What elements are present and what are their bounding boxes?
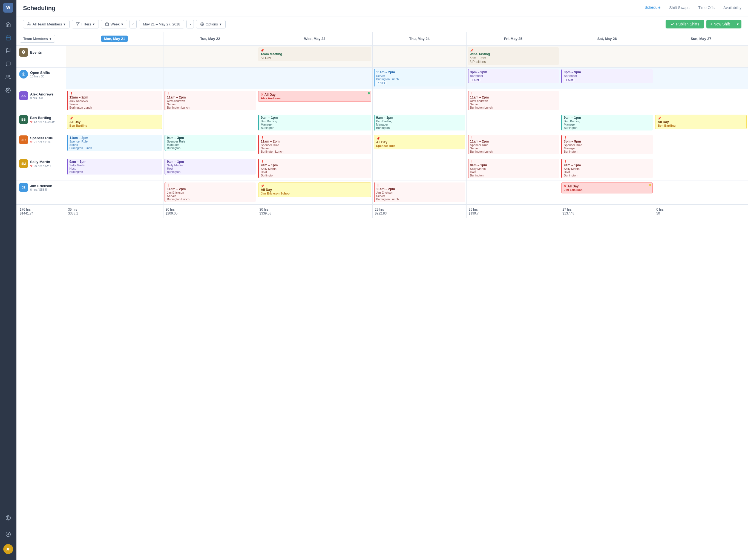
shift-event[interactable]: ❗11am – 2pmAlex AndrewsServerBurlington … bbox=[67, 91, 162, 110]
cell-spencer-rule-sun[interactable] bbox=[654, 133, 748, 157]
shift-event[interactable]: ✕ All DayAlex Andrews bbox=[258, 91, 371, 102]
sidebar-item-team[interactable] bbox=[3, 72, 14, 82]
shift-event[interactable]: 9am – 1pmSally MartinHostBurlington bbox=[67, 159, 162, 174]
cell-sally-martin-fri[interactable]: ❗9am – 1pmSally MartinHostBurlington bbox=[466, 157, 560, 181]
shift-event[interactable]: ❗11am – 2pmAlex AndrewsServerBurlington … bbox=[468, 91, 559, 110]
cell-jim-erickson-wed[interactable]: 📌 All DayJim Erickson School bbox=[257, 181, 372, 205]
cell-spencer-rule-mon[interactable]: 11am – 2pmSpencer RuleServerBurlington L… bbox=[66, 133, 163, 157]
team-members-sort[interactable]: Team Members ▾ bbox=[20, 35, 55, 43]
cell-sally-martin-sat[interactable]: ❗9am – 1pmSally MartinHostBurlington bbox=[560, 157, 654, 181]
cell-ben-bartling-mon[interactable]: 📌 All DayBen Bartling bbox=[66, 113, 163, 133]
cell-events-sun[interactable] bbox=[654, 46, 748, 68]
options-button[interactable]: Options ▾ bbox=[196, 20, 226, 28]
cell-sally-martin-thu[interactable] bbox=[372, 157, 466, 181]
cell-sally-martin-wed[interactable]: ❗9am – 1pmSally MartinHostBurlington bbox=[257, 157, 372, 181]
shift-event[interactable]: ❗3pm – 9pmSpencer RuleManagerBurlington bbox=[561, 135, 653, 154]
cell-spencer-rule-tue[interactable]: 9am – 3pmSpencer RuleManagerBurlington bbox=[163, 133, 257, 157]
shift-event[interactable]: 3pm – 9pmBartender1 Slot bbox=[468, 69, 559, 83]
cell-jim-erickson-sun[interactable] bbox=[654, 181, 748, 205]
row-header-cell[interactable]: Team Members ▾ bbox=[17, 32, 66, 46]
cell-alex-andrews-sat[interactable] bbox=[560, 89, 654, 113]
shift-event[interactable]: 9am – 1pmSally MartinHostBurlington bbox=[165, 159, 256, 174]
cell-sally-martin-sun[interactable] bbox=[654, 157, 748, 181]
tab-shift-swaps[interactable]: Shift Swaps bbox=[669, 5, 689, 11]
prev-week-button[interactable]: ‹ bbox=[130, 20, 137, 28]
sidebar-item-flag[interactable] bbox=[3, 45, 14, 56]
cell-jim-erickson-tue[interactable]: ❗11am – 2pmJim EricksonServerBurlington … bbox=[163, 181, 257, 205]
new-shift-dropdown[interactable]: ▾ bbox=[734, 20, 742, 28]
cell-open-shifts-tue[interactable] bbox=[163, 68, 257, 89]
cell-jim-erickson-mon[interactable] bbox=[66, 181, 163, 205]
shift-event[interactable]: ❗11am – 2pmAlex AndrewsServerBurlington … bbox=[165, 91, 256, 110]
sidebar-item-home[interactable] bbox=[3, 19, 14, 30]
shift-event[interactable]: 📌 All DayBen Bartling bbox=[655, 115, 747, 129]
cell-open-shifts-mon[interactable] bbox=[66, 68, 163, 89]
shift-event[interactable]: ❗9am – 1pmSally MartinHostBurlington bbox=[468, 159, 559, 178]
cell-ben-bartling-tue[interactable] bbox=[163, 113, 257, 133]
new-shift-main[interactable]: + New Shift bbox=[706, 20, 734, 28]
cell-alex-andrews-fri[interactable]: ❗11am – 2pmAlex AndrewsServerBurlington … bbox=[466, 89, 560, 113]
cell-events-thu[interactable] bbox=[372, 46, 466, 68]
sidebar-item-scheduling[interactable] bbox=[3, 32, 14, 43]
cell-open-shifts-thu[interactable]: 11am – 2pmServerBurlington Lunch1 Slot bbox=[372, 68, 466, 89]
cell-ben-bartling-sun[interactable]: 📌 All DayBen Bartling bbox=[654, 113, 748, 133]
tab-time-offs[interactable]: Time Offs bbox=[698, 5, 715, 11]
cell-jim-erickson-sat[interactable]: ✕ All DayJim Erickson bbox=[560, 181, 654, 205]
cell-open-shifts-sun[interactable] bbox=[654, 68, 748, 89]
publish-shifts-button[interactable]: Publish Shifts bbox=[665, 20, 704, 28]
cell-sally-martin-mon[interactable]: 9am – 1pmSally MartinHostBurlington bbox=[66, 157, 163, 181]
user-avatar[interactable]: JH bbox=[3, 544, 13, 554]
shift-event[interactable]: ❗11am – 2pmSpencer RuleServerBurlington … bbox=[258, 135, 371, 154]
shift-event[interactable]: ❗11am – 2pmJim EricksonServerBurlington … bbox=[374, 182, 465, 202]
sidebar-item-settings[interactable] bbox=[3, 85, 14, 96]
cell-ben-bartling-fri[interactable] bbox=[466, 113, 560, 133]
cell-events-tue[interactable] bbox=[163, 46, 257, 68]
shift-event[interactable]: 9am – 1pmBen BartlingManagerBurlington bbox=[561, 115, 653, 130]
cell-events-sat[interactable] bbox=[560, 46, 654, 68]
sidebar-item-globe[interactable] bbox=[3, 512, 14, 524]
shift-event[interactable]: 📌 All DaySpencer Rule bbox=[374, 135, 465, 149]
shift-event[interactable]: 11am – 2pmSpencer RuleServerBurlington L… bbox=[67, 135, 162, 151]
team-members-filter[interactable]: All Team Members ▾ bbox=[23, 20, 70, 28]
cell-open-shifts-wed[interactable] bbox=[257, 68, 372, 89]
app-logo[interactable]: W bbox=[3, 3, 13, 13]
shift-event[interactable]: 📌 Wine Tasting5pm – 9pm3 Positions bbox=[468, 47, 559, 65]
cell-open-shifts-sat[interactable]: 3pm – 9pmBartender1 Slot bbox=[560, 68, 654, 89]
cell-spencer-rule-thu[interactable]: 📌 All DaySpencer Rule bbox=[372, 133, 466, 157]
cell-ben-bartling-sat[interactable]: 9am – 1pmBen BartlingManagerBurlington bbox=[560, 113, 654, 133]
cell-ben-bartling-thu[interactable]: 9am – 1pmBen BartlingManagerBurlington bbox=[372, 113, 466, 133]
cell-ben-bartling-wed[interactable]: 9am – 1pmBen BartlingManagerBurlington bbox=[257, 113, 372, 133]
cell-sally-martin-tue[interactable]: 9am – 1pmSally MartinHostBurlington bbox=[163, 157, 257, 181]
tab-schedule[interactable]: Schedule bbox=[645, 5, 660, 11]
filters-button[interactable]: Filters ▾ bbox=[72, 20, 98, 28]
cell-alex-andrews-sun[interactable] bbox=[654, 89, 748, 113]
shift-event[interactable]: 9am – 1pmBen BartlingManagerBurlington bbox=[258, 115, 371, 130]
cell-alex-andrews-mon[interactable]: ❗11am – 2pmAlex AndrewsServerBurlington … bbox=[66, 89, 163, 113]
shift-event[interactable]: 9am – 3pmSpencer RuleManagerBurlington bbox=[165, 135, 256, 151]
shift-event[interactable]: 3pm – 9pmBartender1 Slot bbox=[561, 69, 653, 83]
cell-events-wed[interactable]: 📌 Team MeetingAll Day bbox=[257, 46, 372, 68]
shift-event[interactable]: 📌 All DayJim Erickson School bbox=[258, 182, 371, 197]
cell-alex-andrews-thu[interactable] bbox=[372, 89, 466, 113]
shift-event[interactable]: ❗11am – 2pmSpencer RuleServerBurlington … bbox=[468, 135, 559, 154]
sidebar-item-arrow[interactable] bbox=[3, 529, 14, 540]
shift-event[interactable]: 11am – 2pmServerBurlington Lunch1 Slot bbox=[374, 69, 465, 87]
cell-jim-erickson-fri[interactable] bbox=[466, 181, 560, 205]
sidebar-item-chat[interactable] bbox=[3, 58, 14, 70]
shift-event[interactable]: ❗11am – 2pmJim EricksonServerBurlington … bbox=[165, 182, 256, 202]
cell-spencer-rule-fri[interactable]: ❗11am – 2pmSpencer RuleServerBurlington … bbox=[466, 133, 560, 157]
tab-availability[interactable]: Availability bbox=[723, 5, 742, 11]
cell-jim-erickson-thu[interactable]: ❗11am – 2pmJim EricksonServerBurlington … bbox=[372, 181, 466, 205]
cell-events-fri[interactable]: 📌 Wine Tasting5pm – 9pm3 Positions bbox=[466, 46, 560, 68]
shift-event[interactable]: ❗9am – 1pmSally MartinHostBurlington bbox=[561, 159, 653, 178]
cell-spencer-rule-wed[interactable]: ❗11am – 2pmSpencer RuleServerBurlington … bbox=[257, 133, 372, 157]
cell-spencer-rule-sat[interactable]: ❗3pm – 9pmSpencer RuleManagerBurlington bbox=[560, 133, 654, 157]
cell-alex-andrews-tue[interactable]: ❗11am – 2pmAlex AndrewsServerBurlington … bbox=[163, 89, 257, 113]
cell-events-mon[interactable] bbox=[66, 46, 163, 68]
cell-alex-andrews-wed[interactable]: ✕ All DayAlex Andrews bbox=[257, 89, 372, 113]
shift-event[interactable]: 📌 Team MeetingAll Day bbox=[258, 47, 371, 61]
shift-event[interactable]: 9am – 1pmBen BartlingManagerBurlington bbox=[374, 115, 465, 130]
shift-event[interactable]: ✕ All DayJim Erickson bbox=[561, 182, 653, 193]
shift-event[interactable]: 📌 All DayBen Bartling bbox=[67, 115, 162, 129]
cell-open-shifts-fri[interactable]: 3pm – 9pmBartender1 Slot bbox=[466, 68, 560, 89]
